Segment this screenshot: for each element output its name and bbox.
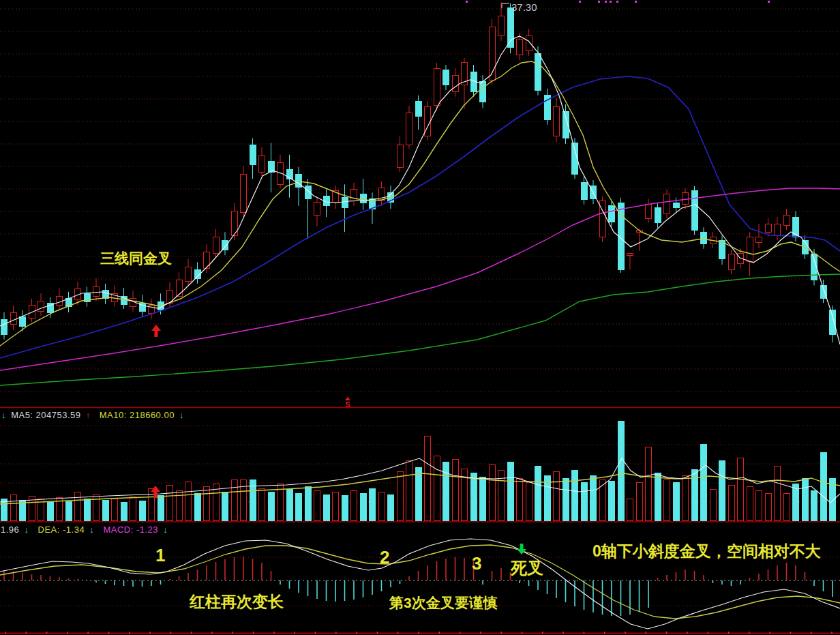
volume-indicator-header: ↓ MA5: 204753.59 ↑ MA10: 218660.00 ↓ xyxy=(1,410,186,420)
candle-down xyxy=(20,316,26,326)
volume-bar xyxy=(241,479,247,520)
volume-bar xyxy=(470,473,477,520)
volume-bar xyxy=(719,460,725,520)
dif-value: 1.96 xyxy=(1,525,19,535)
volume-bar xyxy=(204,486,210,520)
candle-down xyxy=(360,194,366,203)
candle-up xyxy=(10,312,16,325)
top-marker-dot xyxy=(579,1,581,3)
candle-up xyxy=(747,237,753,261)
volume-bar xyxy=(333,492,339,520)
volume-bar xyxy=(139,501,145,520)
volume-bar xyxy=(554,471,560,520)
candle-down xyxy=(535,53,541,91)
volume-bar xyxy=(259,488,265,520)
volume-bar xyxy=(370,488,376,520)
arrow-down-icon: ↓ xyxy=(89,525,94,535)
volume-bar xyxy=(738,458,744,520)
volume-bar xyxy=(378,492,385,520)
volume-bar xyxy=(636,482,642,520)
volume-bar xyxy=(342,495,348,520)
volume-bar xyxy=(194,493,200,520)
candle-up xyxy=(765,224,771,232)
macd-indicator-header: 1.96 ↓ DEA: -1.34 ↓ MACD: -1.23 ↓ xyxy=(1,525,170,535)
volume-bar xyxy=(783,493,790,520)
stock-chart-app: S ↓ MA5: 204753.59 ↑ MA10: 218660.00 ↓ 1… xyxy=(0,0,840,635)
volume-bar xyxy=(65,501,72,520)
volume-bar xyxy=(286,489,292,520)
volume-bar xyxy=(222,492,228,520)
candle-down xyxy=(250,145,256,165)
volume-bar xyxy=(590,475,597,520)
candle-up xyxy=(728,254,734,269)
volume-bar xyxy=(10,494,16,520)
candle-up xyxy=(517,40,523,55)
volume-bar xyxy=(75,492,81,520)
volume-bar xyxy=(231,479,237,520)
top-marker-dot xyxy=(616,1,618,3)
volume-bar xyxy=(765,493,771,520)
buy-signal-arrow xyxy=(151,325,161,331)
candle-up xyxy=(57,296,63,306)
volume-bar xyxy=(47,502,53,520)
arrow-down-icon: ↓ xyxy=(179,410,184,420)
volume-bar xyxy=(268,492,274,520)
dea-value: DEA: -1.34 xyxy=(38,525,85,535)
volume-bar xyxy=(664,479,670,520)
arrow-down-icon: ↓ xyxy=(24,525,29,535)
candle-up xyxy=(93,286,100,296)
macd-cross-number-3: 3 xyxy=(472,553,481,574)
candle-up xyxy=(664,194,670,213)
top-marker-dot xyxy=(466,1,468,3)
candle-down xyxy=(673,203,679,208)
candle-up xyxy=(783,215,790,225)
volume-bar xyxy=(535,466,541,520)
volume-ma10-value: MA10: 218660.00 xyxy=(100,410,175,420)
volume-bar xyxy=(167,485,173,520)
volume-bar xyxy=(434,456,440,520)
candle-down xyxy=(415,101,421,116)
macd-value: MACD: -1.23 xyxy=(103,525,158,535)
candle-down xyxy=(691,191,698,230)
volume-bar xyxy=(691,469,698,520)
volume-bar xyxy=(562,478,569,520)
candle-up xyxy=(627,254,633,256)
volume-bar xyxy=(701,444,707,520)
volume-bar xyxy=(802,478,808,520)
candle-down xyxy=(222,240,228,250)
volume-bar xyxy=(517,478,523,520)
candle-down xyxy=(793,217,799,237)
candle-down xyxy=(1,319,7,334)
candle-up xyxy=(397,145,403,167)
candle-up xyxy=(646,205,652,218)
volume-bar xyxy=(443,462,449,520)
top-marker-dot xyxy=(610,1,612,3)
candle-up xyxy=(259,156,265,172)
volume-bar xyxy=(102,500,108,520)
candle-down xyxy=(342,198,348,207)
volume-bar xyxy=(682,475,689,520)
candle-up xyxy=(185,267,192,281)
candle-down xyxy=(609,206,615,222)
top-marker-dot xyxy=(598,1,600,3)
volume-bar xyxy=(323,494,329,520)
volume-bar xyxy=(655,473,661,520)
volume-bar xyxy=(415,467,421,520)
volume-bar xyxy=(130,497,136,520)
volume-bar xyxy=(820,452,826,520)
volume-bar xyxy=(618,421,624,520)
top-marker-dot xyxy=(768,1,770,3)
chart-canvas[interactable]: S xyxy=(0,0,840,635)
candle-up xyxy=(176,280,182,296)
volume-bar xyxy=(775,466,781,520)
candle-down xyxy=(581,182,587,200)
volume-bar xyxy=(121,502,127,520)
volume-bar xyxy=(646,447,652,520)
volume-bar xyxy=(627,499,633,520)
volume-bar xyxy=(507,462,513,520)
candle-down xyxy=(701,232,707,244)
golden-cross-annotation: 三线同金叉 xyxy=(100,249,172,268)
candle-up xyxy=(241,174,247,213)
volume-bar xyxy=(296,493,302,520)
candle-up xyxy=(756,237,762,243)
